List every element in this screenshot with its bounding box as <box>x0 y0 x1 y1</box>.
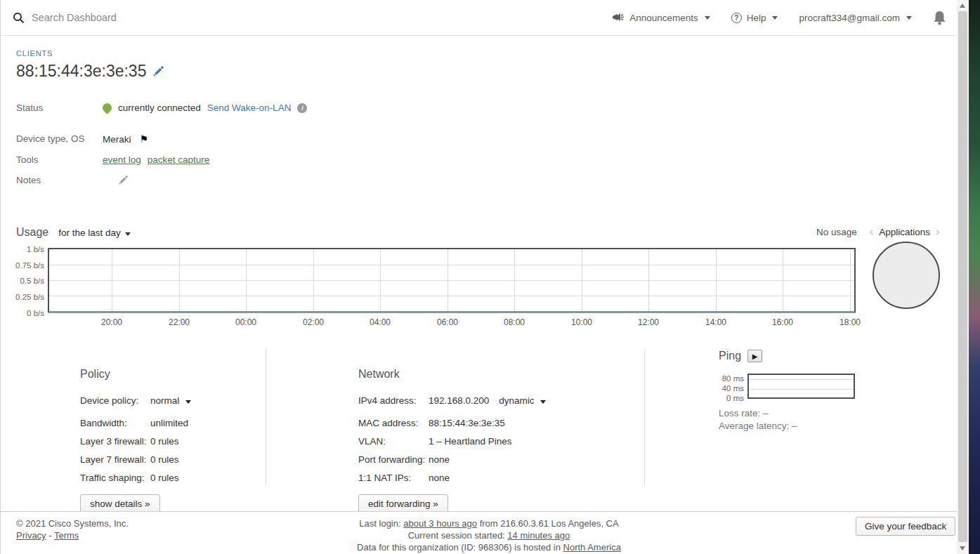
vertical-scrollbar[interactable] <box>957 0 969 554</box>
loss-rate-value: – <box>763 408 769 418</box>
session-info: Last login: about 3 hours ago from 216.6… <box>357 517 621 553</box>
section-divider <box>266 349 266 484</box>
l3-firewall-label: Layer 3 firewall: <box>80 435 150 449</box>
section-divider <box>644 349 645 484</box>
traffic-shaping-label: Traffic shaping: <box>80 471 150 485</box>
ipv4-mode-dropdown[interactable]: dynamic <box>499 394 546 408</box>
usage-x-tick: 12:00 <box>627 317 669 327</box>
loss-rate: Loss rate: – <box>719 408 769 418</box>
edit-notes-icon[interactable] <box>119 176 128 185</box>
last-login-line: Last login: about 3 hours ago from 216.6… <box>357 517 621 529</box>
announcements-menu[interactable]: Announcements <box>612 13 710 23</box>
session-started-line: Current session started: 14 minutes ago <box>357 529 621 541</box>
status-value: currently connected <box>118 103 201 113</box>
desktop-background-edge <box>969 0 980 554</box>
loss-rate-label: Loss rate: <box>719 408 760 418</box>
breadcrumb[interactable]: CLIENTS <box>16 49 53 58</box>
device-policy-dropdown[interactable]: normal <box>150 394 191 408</box>
notification-bell-icon[interactable] <box>933 11 946 25</box>
tools-label: Tools <box>16 154 103 165</box>
usage-x-tick: 02:00 <box>292 317 334 327</box>
usage-chart <box>48 248 856 313</box>
ping-y-tick: 40 ms <box>709 384 744 393</box>
chevron-down-icon <box>906 16 912 20</box>
usage-x-tick: 04:00 <box>359 317 401 327</box>
usage-x-tick: 06:00 <box>426 317 469 327</box>
usage-title: Usage <box>16 226 48 239</box>
usage-x-tick: 08:00 <box>493 317 535 327</box>
no-usage-text: No usage <box>816 227 857 237</box>
event-log-link[interactable]: event log <box>103 154 141 165</box>
show-details-button[interactable]: show details » <box>80 494 160 513</box>
chevron-down-icon <box>125 232 131 236</box>
usage-y-tick: 0.5 b/s <box>1 277 44 285</box>
chevron-down-icon <box>705 16 710 20</box>
account-email: procraft334@gmail.com <box>799 13 900 23</box>
usage-y-tick: 0 b/s <box>1 309 44 317</box>
help-menu[interactable]: ? Help <box>731 13 778 23</box>
ping-y-tick: 80 ms <box>709 374 744 383</box>
chevron-down-icon <box>185 400 191 404</box>
usage-x-tick: 20:00 <box>91 317 133 327</box>
usage-range-dropdown[interactable]: for the last day <box>58 227 130 238</box>
notes-label: Notes <box>16 175 103 185</box>
usage-x-tick: 00:00 <box>225 317 267 327</box>
usage-range-label: for the last day <box>58 227 121 238</box>
usage-x-tick: 18:00 <box>829 317 871 327</box>
ipv4-mode-value: dynamic <box>499 395 534 406</box>
bandwidth-label: Bandwidth: <box>80 416 150 430</box>
applications-label: Applications <box>879 227 930 237</box>
ping-y-tick: 0 ms <box>709 394 744 402</box>
meraki-dashboard-page: Announcements ? Help procraft334@gmail.c… <box>0 0 957 554</box>
policy-panel: Policy Device policy: normal Bandwidth: … <box>80 368 191 513</box>
ipv4-label: IPv4 address: <box>358 394 429 408</box>
prev-chart-icon[interactable]: ‹ <box>867 225 876 238</box>
browser-viewport: Announcements ? Help procraft334@gmail.c… <box>0 0 980 554</box>
page-title: 88:15:44:3e:3e:35 <box>16 62 146 81</box>
device-type-label: Device type, OS <box>16 133 103 145</box>
search-input[interactable] <box>32 12 256 23</box>
port-forwarding-label: Port forwarding: <box>358 453 429 467</box>
account-menu[interactable]: procraft334@gmail.com <box>799 13 912 23</box>
usage-x-tick: 10:00 <box>561 317 603 327</box>
vlan-label: VLAN: <box>358 435 429 449</box>
copyright-text: © 2021 Cisco Systems, Inc. <box>16 517 129 529</box>
usage-y-tick: 0.75 b/s <box>1 261 44 270</box>
footer-separator: - <box>48 530 51 541</box>
hosted-region-link[interactable]: North America <box>563 542 621 553</box>
edit-title-icon[interactable] <box>153 66 164 77</box>
l7-firewall-label: Layer 7 firewall: <box>80 453 150 467</box>
average-latency: Average latency: – <box>719 421 797 431</box>
last-login-link[interactable]: about 3 hours ago <box>403 518 477 529</box>
applications-pie-chart <box>873 242 940 309</box>
give-feedback-button[interactable]: Give your feedback <box>856 517 955 536</box>
status-row: Status currently connected Send Wake-on-… <box>16 103 307 113</box>
vlan-row: VLAN: 1 – Heartland Pines <box>358 435 546 449</box>
scrollbar-thumb[interactable] <box>958 11 967 542</box>
ipv4-row: IPv4 address: 192.168.0.200 dynamic <box>358 394 546 408</box>
ping-chart <box>747 374 855 399</box>
ping-play-button[interactable]: ▶ <box>747 350 762 362</box>
scroll-down-icon[interactable] <box>960 546 965 550</box>
send-wol-link[interactable]: Send Wake-on-LAN <box>207 103 292 113</box>
search-area <box>13 12 256 24</box>
network-panel: Network IPv4 address: 192.168.0.200 dyna… <box>358 368 546 513</box>
l7-firewall-value: 0 rules <box>150 453 179 467</box>
terms-link[interactable]: Terms <box>54 530 79 541</box>
last-login-prefix: Last login: <box>359 518 400 529</box>
tools-row: Tools event log packet capture <box>16 154 209 165</box>
connected-status-icon <box>100 101 113 114</box>
next-chart-icon[interactable]: › <box>933 225 942 238</box>
traffic-shaping-row: Traffic shaping: 0 rules <box>80 471 191 485</box>
ipv4-value: 192.168.0.200 <box>429 394 489 408</box>
edit-forwarding-button[interactable]: edit forwarding » <box>358 494 448 513</box>
privacy-link[interactable]: Privacy <box>16 530 46 541</box>
session-started-link[interactable]: 14 minutes ago <box>507 530 570 541</box>
usage-y-tick: 1 b/s <box>1 245 44 253</box>
session-prefix: Current session started: <box>408 530 505 541</box>
org-prefix: Data for this organization (ID: 968306) … <box>357 542 561 553</box>
packet-capture-link[interactable]: packet capture <box>148 154 210 165</box>
info-icon[interactable]: i <box>297 103 307 113</box>
status-label: Status <box>16 103 103 113</box>
scroll-up-icon[interactable] <box>960 4 965 8</box>
